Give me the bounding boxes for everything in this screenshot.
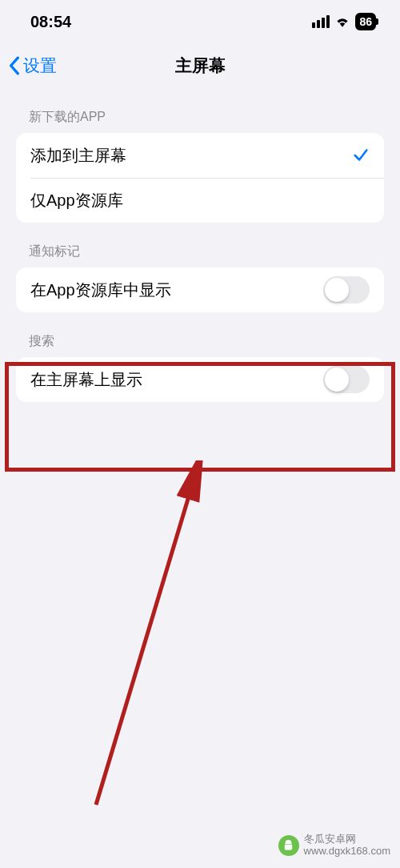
status-indicators: 86 [312, 13, 376, 30]
cellular-signal-icon [312, 15, 330, 28]
group-search: 在主屏幕上显示 [16, 357, 384, 402]
watermark: 冬瓜安卓网 www.dgxk168.com [278, 834, 390, 857]
annotation-arrow [80, 460, 216, 813]
group-badges: 在App资源库中显示 [16, 267, 384, 312]
cell-label: 仅App资源库 [30, 190, 370, 211]
switch-show-on-home[interactable] [323, 366, 370, 393]
option-app-library-only[interactable]: 仅App资源库 [16, 178, 384, 223]
watermark-logo-icon [278, 835, 299, 856]
svg-line-0 [96, 472, 196, 805]
row-show-in-library: 在App资源库中显示 [16, 267, 384, 312]
switch-show-in-library[interactable] [323, 276, 370, 303]
check-icon [352, 147, 370, 164]
watermark-url: www.dgxk168.com [304, 846, 390, 857]
switch-knob [325, 278, 349, 302]
group-new-apps: 添加到主屏幕 仅App资源库 [16, 133, 384, 223]
back-button[interactable]: 设置 [8, 54, 57, 77]
section-header-new-apps: 新下载的APP [0, 88, 400, 133]
switch-knob [325, 368, 349, 392]
navigation-bar: 设置 主屏幕 [0, 43, 400, 88]
section-header-badges: 通知标记 [0, 223, 400, 267]
back-label: 设置 [23, 54, 57, 77]
battery-icon: 86 [355, 13, 376, 30]
status-time: 08:54 [30, 13, 71, 31]
page-title: 主屏幕 [175, 54, 226, 77]
row-show-on-home: 在主屏幕上显示 [16, 357, 384, 402]
section-header-search: 搜索 [0, 312, 400, 357]
chevron-left-icon [8, 56, 21, 75]
cell-label: 添加到主屏幕 [30, 145, 352, 167]
option-add-to-home[interactable]: 添加到主屏幕 [16, 133, 384, 178]
wifi-icon [334, 15, 350, 28]
cell-label: 在App资源库中显示 [30, 279, 323, 301]
status-bar: 08:54 86 [0, 0, 400, 43]
watermark-title: 冬瓜安卓网 [304, 834, 390, 845]
cell-label: 在主屏幕上显示 [30, 369, 323, 391]
